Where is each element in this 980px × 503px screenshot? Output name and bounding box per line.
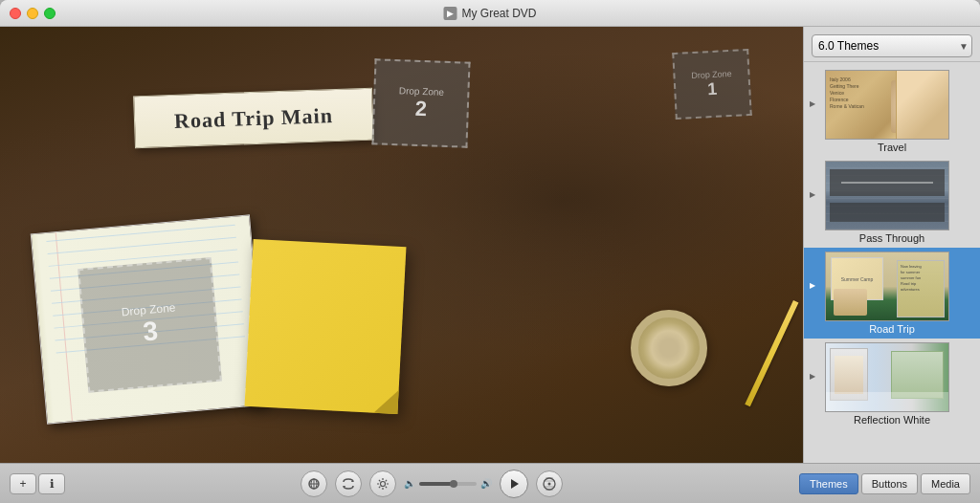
minimize-button[interactable] [27,8,38,19]
window-title: ▶ My Great DVD [443,7,536,20]
theme-play-icon-2: ▶ [810,190,821,202]
preview-canvas: Road Trip Main Drop Zone 2 Drop Zone 1 [0,27,803,463]
notebook: Drop Zone 3 [31,214,267,424]
network-button[interactable] [301,470,327,497]
theme-name-reflection: Reflection White [810,414,974,426]
info-button[interactable]: ℹ [38,473,65,494]
svg-point-4 [381,481,386,486]
loop-icon [342,477,355,491]
theme-play-icon: ▶ [810,99,821,111]
drop-zone-3[interactable]: Drop Zone 3 [78,257,222,393]
sidebar-header: 6.0 Themes 5.0 Themes 4.0 Themes ▼ [804,27,980,62]
main-content: Road Trip Main Drop Zone 2 Drop Zone 1 [0,27,980,463]
buttons-tab-button[interactable]: Buttons [861,473,918,494]
title-card-text: Road Trip Main [174,103,334,134]
loop-button[interactable] [335,470,362,497]
theme-thumbnail-roadtrip: Summer Camp Now leavingfor summersummer … [825,252,949,321]
toolbar-center: 🔈 🔊 [69,470,795,498]
play-icon [508,478,520,490]
volume-min-icon: 🔈 [404,478,415,489]
dvd-menu-icon [542,476,557,492]
volume-thumb [450,480,457,488]
close-button[interactable] [10,8,21,19]
theme-item-passthrough[interactable]: ▶ Pass Through [804,157,980,248]
theme-item-roadtrip[interactable]: ▶ Summer Camp Now leavingfor summersumme… [804,248,980,339]
themes-tab-button[interactable]: Themes [799,473,858,494]
theme-thumbnail-reflection [825,342,949,412]
svg-marker-5 [511,479,519,489]
drop-zone-1-label: Drop Zone [691,68,732,79]
theme-play-icon-3: ▶ [810,281,821,293]
theme-name-passthrough: Pass Through [810,232,974,244]
add-button[interactable]: + [10,473,36,494]
theme-name-travel: Travel [810,142,974,153]
play-button[interactable] [500,470,528,498]
toolbar-left: + ℹ [10,473,65,494]
volume-control: 🔈 🔊 [404,478,492,489]
volume-max-icon: 🔊 [480,478,492,489]
title-bar: ▶ My Great DVD [0,0,980,27]
pencil [745,300,798,406]
tape-roll [631,310,707,386]
title-card: Road Trip Main [133,88,374,149]
toolbar: + ℹ [0,463,980,503]
sidebar: 6.0 Themes 5.0 Themes 4.0 Themes ▼ ▶ Ita [803,27,980,463]
theme-thumbnail-travel: Italy 2006Getting ThereVeniceFlorenceRom… [825,70,949,140]
drop-zone-3-number: 3 [142,316,159,347]
network-icon [307,477,321,491]
maximize-button[interactable] [44,8,56,19]
theme-item-reflection[interactable]: ▶ Reflection White [804,339,980,429]
drop-zone-1[interactable]: Drop Zone 1 [672,49,752,120]
app-window: ▶ My Great DVD Road Trip Main Drop Zone … [0,0,980,503]
theme-thumbnail-passthrough [825,161,949,230]
themes-select[interactable]: 6.0 Themes 5.0 Themes 4.0 Themes [812,34,972,57]
travel-text: Italy 2006Getting ThereVeniceFlorenceRom… [830,77,864,110]
dvd-menu-button[interactable] [536,470,563,497]
settings-button[interactable] [369,470,396,497]
settings-icon [376,477,390,491]
media-tab-button[interactable]: Media [921,473,970,494]
volume-slider[interactable] [419,482,477,486]
preview-area: Road Trip Main Drop Zone 2 Drop Zone 1 [0,27,803,463]
drop-zone-2-number: 2 [414,96,427,120]
drop-zone-2-label: Drop Zone [399,85,445,98]
themes-select-wrapper[interactable]: 6.0 Themes 5.0 Themes 4.0 Themes ▼ [812,34,972,57]
scene: Road Trip Main Drop Zone 2 Drop Zone 1 [0,27,803,463]
drop-zone-1-number: 1 [707,78,718,98]
dvd-icon: ▶ [443,7,457,20]
themes-list[interactable]: ▶ Italy 2006Getting ThereVeniceFlorenceR… [804,62,980,463]
sticky-crumple [373,389,398,414]
drop-zone-2[interactable]: Drop Zone 2 [371,58,470,147]
theme-item-travel[interactable]: ▶ Italy 2006Getting ThereVeniceFlorenceR… [804,66,980,157]
sticky-note [245,239,407,414]
svg-point-7 [548,482,551,485]
travel-person-image [896,71,948,140]
traffic-lights [10,8,56,19]
theme-play-icon-4: ▶ [810,372,821,383]
toolbar-right: Themes Buttons Media [799,473,970,494]
theme-name-roadtrip: Road Trip [810,323,974,335]
